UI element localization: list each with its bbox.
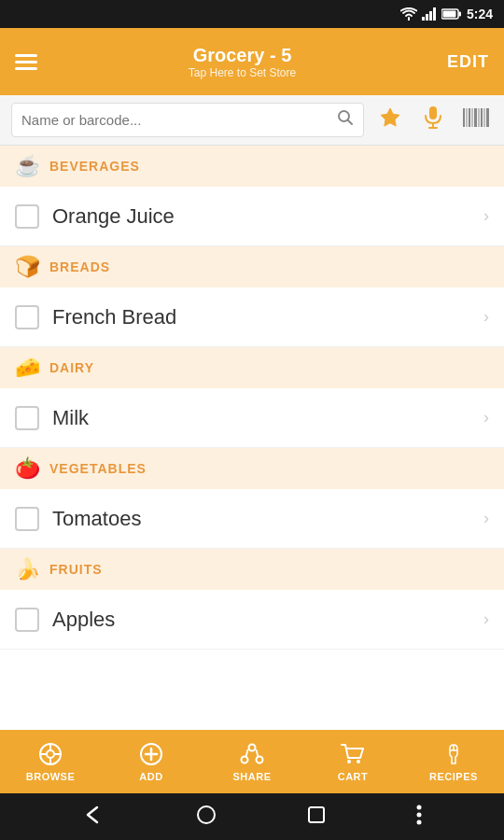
svg-rect-3 — [433, 7, 436, 21]
svg-rect-20 — [484, 108, 485, 127]
beverages-label: BEVERAGES — [49, 159, 140, 174]
dairy-icon: 🧀 — [15, 356, 40, 380]
back-button[interactable] — [83, 805, 105, 829]
wifi-icon — [400, 7, 417, 21]
app-title: Grocery - 5 — [189, 45, 296, 66]
grocery-list: ☕ BEVERAGES Orange Juice › 🍞 BREADS Fren… — [0, 146, 504, 732]
search-icon — [337, 109, 354, 126]
recent-icon — [307, 805, 326, 824]
nav-recipes[interactable]: RECIPES — [403, 741, 504, 782]
svg-point-36 — [347, 760, 351, 763]
search-bar — [0, 95, 504, 146]
apples-label: Apples — [52, 608, 483, 632]
orange-juice-chevron: › — [483, 206, 489, 226]
cart-icon — [340, 741, 366, 767]
star-icon — [379, 106, 401, 129]
svg-rect-17 — [474, 108, 477, 127]
category-fruits: 🍌 FRUITS — [0, 549, 504, 590]
svg-point-42 — [416, 819, 421, 824]
svg-rect-5 — [442, 11, 455, 18]
favorites-button[interactable] — [373, 106, 407, 134]
share-label: SHARE — [232, 771, 271, 782]
fruits-label: FRUITS — [49, 562, 103, 577]
home-button[interactable] — [196, 805, 217, 830]
fruits-icon: 🍌 — [15, 557, 40, 581]
nav-browse[interactable]: BROWSE — [0, 741, 101, 782]
svg-rect-2 — [429, 11, 432, 21]
milk-label: Milk — [52, 406, 483, 430]
recipes-label: RECIPES — [429, 771, 478, 782]
svg-point-41 — [416, 812, 421, 817]
category-breads: 🍞 BREADS — [0, 246, 504, 287]
microphone-button[interactable] — [416, 106, 450, 134]
app-header: Grocery - 5 Tap Here to Set Store EDIT — [0, 28, 504, 95]
list-item[interactable]: Tomatoes › — [0, 489, 504, 549]
svg-point-31 — [249, 745, 256, 751]
svg-marker-9 — [381, 108, 399, 126]
svg-point-38 — [198, 806, 215, 823]
dairy-label: DAIRY — [49, 360, 94, 375]
menu-line-1 — [15, 54, 37, 57]
milk-chevron: › — [483, 408, 489, 427]
svg-rect-39 — [309, 807, 324, 822]
more-icon — [416, 805, 422, 825]
list-item[interactable]: Milk › — [0, 388, 504, 448]
bottom-nav: BROWSE ADD SHARE CART — [0, 730, 504, 793]
status-time: 5:24 — [467, 7, 493, 21]
recent-button[interactable] — [307, 805, 326, 829]
search-input-wrapper[interactable] — [11, 103, 364, 137]
cart-label: CART — [338, 771, 369, 782]
vegetables-label: VEGETABLES — [49, 461, 147, 476]
barcode-icon — [463, 108, 489, 127]
signal-icon — [422, 7, 437, 21]
svg-point-40 — [416, 805, 421, 809]
list-item[interactable]: French Bread › — [0, 287, 504, 347]
orange-juice-checkbox[interactable] — [15, 204, 39, 229]
android-nav-bar — [0, 793, 504, 840]
edit-button[interactable]: EDIT — [447, 52, 489, 72]
svg-rect-1 — [426, 14, 428, 21]
apples-chevron: › — [483, 609, 489, 629]
tomatoes-checkbox[interactable] — [15, 507, 39, 531]
category-beverages: ☕ BEVERAGES — [0, 146, 504, 187]
search-input[interactable] — [21, 112, 329, 128]
menu-button[interactable] — [15, 54, 37, 70]
browse-icon — [37, 741, 63, 767]
add-icon — [138, 741, 164, 767]
svg-line-35 — [257, 749, 259, 757]
apples-checkbox[interactable] — [15, 608, 39, 632]
home-icon — [196, 805, 217, 825]
category-vegetables: 🍅 VEGETABLES — [0, 448, 504, 489]
svg-point-33 — [257, 757, 263, 763]
nav-share[interactable]: SHARE — [202, 741, 302, 782]
search-button[interactable] — [337, 109, 354, 131]
tomatoes-chevron: › — [483, 509, 489, 528]
menu-line-2 — [15, 61, 37, 63]
more-button[interactable] — [416, 805, 422, 830]
store-subtitle[interactable]: Tap Here to Set Store — [189, 66, 296, 79]
category-dairy: 🧀 DAIRY — [0, 347, 504, 388]
breads-icon: 🍞 — [15, 255, 40, 279]
tomatoes-label: Tomatoes — [52, 507, 483, 531]
status-icons: 5:24 — [400, 7, 493, 21]
add-label: ADD — [139, 771, 162, 782]
share-icon — [239, 741, 265, 767]
svg-line-8 — [348, 120, 353, 125]
beverages-icon: ☕ — [15, 154, 40, 178]
orange-juice-label: Orange Juice — [52, 204, 483, 229]
svg-rect-15 — [469, 108, 470, 127]
milk-checkbox[interactable] — [15, 406, 39, 430]
list-item[interactable]: Apples › — [0, 590, 504, 650]
svg-rect-10 — [429, 106, 437, 119]
list-item[interactable]: Orange Juice › — [0, 187, 504, 246]
nav-cart[interactable]: CART — [302, 741, 403, 782]
french-bread-chevron: › — [483, 307, 489, 327]
nav-add[interactable]: ADD — [101, 741, 202, 782]
battery-icon — [441, 8, 462, 20]
french-bread-checkbox[interactable] — [15, 305, 39, 329]
svg-rect-0 — [422, 17, 425, 21]
barcode-button[interactable] — [459, 108, 493, 132]
svg-rect-21 — [486, 108, 489, 127]
status-bar: 5:24 — [0, 0, 504, 28]
microphone-icon — [423, 106, 443, 129]
